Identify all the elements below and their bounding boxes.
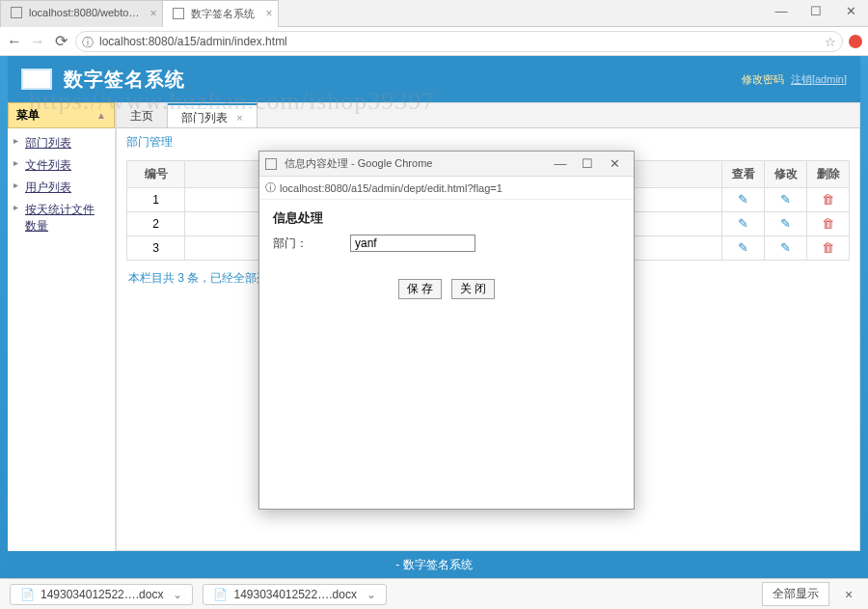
show-all-downloads-button[interactable]: 全部显示 [762, 582, 829, 606]
frame-edge-right [860, 56, 868, 578]
dept-label: 部门： [273, 235, 350, 252]
star-icon[interactable]: ☆ [825, 35, 836, 49]
popup-titlebar[interactable]: 信息内容处理 - Google Chrome — ☐ ✕ [259, 152, 634, 177]
url-input[interactable]: ⓘ localhost:8080/a15/admin/index.html ☆ [75, 31, 843, 52]
view-icon[interactable]: ✎ [737, 193, 750, 207]
edit-icon[interactable]: ✎ [779, 193, 793, 207]
close-bar-button[interactable]: × [839, 587, 858, 602]
delete-icon[interactable]: 🗑 [822, 193, 835, 207]
back-button[interactable]: ← [6, 33, 23, 50]
sidebar: 菜单 ▲ 部门列表 文件列表 用户列表 按天统计文件数量 [8, 102, 116, 551]
app-title: 数字签名系统 [64, 67, 185, 93]
browser-tab-2[interactable]: 数字签名系统 × [162, 0, 279, 27]
view-icon[interactable]: ✎ [737, 241, 750, 255]
extension-icon[interactable] [849, 35, 862, 48]
url-text: localhost:8080/a15/admin/index.html [99, 35, 287, 48]
download-item[interactable]: 📄 1493034012522….docx ⌄ [10, 584, 193, 605]
main-tabs: 主页 部门列表 × [117, 103, 859, 128]
col-id: 编号 [127, 161, 185, 188]
edit-icon[interactable]: ✎ [779, 241, 793, 255]
tab-title: 数字签名系统 [191, 8, 255, 19]
info-icon: ⓘ [82, 35, 94, 51]
delete-icon[interactable]: 🗑 [822, 217, 835, 231]
sidebar-item-dept[interactable]: 部门列表 [8, 132, 115, 154]
view-icon[interactable]: ✎ [737, 217, 750, 231]
edit-popup-window: 信息内容处理 - Google Chrome — ☐ ✕ ⓘ localhost… [258, 151, 635, 510]
page-icon [173, 8, 184, 19]
dept-input[interactable] [350, 235, 475, 252]
accordion-title: 菜单 [16, 107, 40, 124]
file-icon: 📄 [213, 588, 228, 601]
download-filename: 1493034012522….docx [233, 588, 356, 601]
popup-address-bar: ⓘ localhost:8080/a15/admin/dept/edit.htm… [259, 177, 634, 200]
header-links: 修改密码 注销[admin] [742, 72, 847, 87]
tab-label: 部门列表 [181, 111, 228, 125]
forward-button[interactable]: → [29, 33, 46, 50]
chevron-down-icon[interactable]: ⌄ [366, 588, 376, 601]
col-delete: 删除 [807, 161, 850, 188]
cell-id: 2 [127, 212, 185, 236]
logo-icon [21, 69, 52, 90]
chevron-down-icon[interactable]: ⌄ [173, 588, 182, 601]
tab-home[interactable]: 主页 [117, 103, 168, 127]
close-button[interactable]: 关 闭 [451, 279, 495, 299]
close-icon[interactable]: × [149, 7, 156, 20]
edit-icon[interactable]: ✎ [779, 217, 793, 231]
change-password-link[interactable]: 修改密码 [742, 73, 784, 85]
sidebar-menu: 部门列表 文件列表 用户列表 按天统计文件数量 [8, 128, 115, 241]
sidebar-accordion-header[interactable]: 菜单 ▲ [8, 102, 115, 128]
frame-edge-left [0, 56, 8, 578]
delete-icon[interactable]: 🗑 [822, 241, 835, 255]
close-icon[interactable]: × [236, 112, 242, 124]
popup-minimize-button[interactable]: — [547, 156, 574, 171]
minimize-button[interactable]: — [764, 0, 799, 23]
popup-window-title: 信息内容处理 - Google Chrome [285, 156, 432, 171]
page-icon [265, 158, 277, 170]
app-footer: - 数字签名系统 [8, 551, 860, 578]
tab-dept-list[interactable]: 部门列表 × [168, 103, 258, 127]
tab-title: localhost:8080/webto… [29, 7, 139, 18]
col-edit: 修改 [765, 161, 807, 188]
form-row-dept: 部门： [273, 235, 620, 252]
col-view: 查看 [722, 161, 765, 188]
file-icon: 📄 [20, 588, 35, 601]
app-header: 数字签名系统 修改密码 注销[admin] [8, 56, 860, 102]
popup-close-button[interactable]: ✕ [601, 156, 628, 171]
popup-body: 信息处理 部门： 保 存 关 闭 [259, 200, 634, 309]
maximize-button[interactable]: ☐ [799, 0, 833, 23]
popup-url: localhost:8080/a15/admin/dept/edit.html?… [280, 182, 502, 194]
popup-maximize-button[interactable]: ☐ [574, 156, 601, 171]
logout-link[interactable]: 注销[admin] [791, 73, 847, 85]
chevron-up-icon: ▲ [96, 110, 106, 121]
cell-id: 3 [127, 236, 185, 261]
save-button[interactable]: 保 存 [398, 279, 442, 299]
tab-label: 主页 [130, 109, 153, 123]
cell-id: 1 [127, 188, 185, 212]
sidebar-item-users[interactable]: 用户列表 [8, 177, 115, 199]
browser-tab-1[interactable]: localhost:8080/webto… × [0, 0, 163, 27]
window-controls: — ☐ ✕ [764, 0, 868, 23]
reload-button[interactable]: ⟳ [52, 33, 69, 50]
sidebar-item-stats[interactable]: 按天统计文件数量 [8, 199, 115, 237]
browser-tab-strip: localhost:8080/webto… × 数字签名系统 × — ☐ ✕ [0, 0, 868, 27]
close-button[interactable]: ✕ [833, 0, 868, 23]
address-bar: ← → ⟳ ⓘ localhost:8080/a15/admin/index.h… [0, 27, 868, 56]
popup-button-row: 保 存 关 闭 [273, 279, 620, 299]
popup-heading: 信息处理 [273, 209, 620, 227]
download-item[interactable]: 📄 1493034012522….docx ⌄ [203, 584, 386, 605]
close-icon[interactable]: × [265, 7, 272, 20]
sidebar-item-files[interactable]: 文件列表 [8, 154, 115, 177]
download-bar: 📄 1493034012522….docx ⌄ 📄 1493034012522…… [0, 578, 868, 609]
download-filename: 1493034012522….docx [41, 588, 163, 601]
info-icon: ⓘ [265, 180, 276, 195]
page-icon [11, 7, 22, 18]
